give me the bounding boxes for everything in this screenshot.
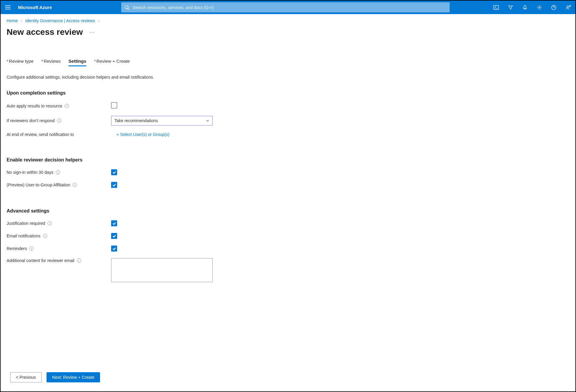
link-select-users[interactable]: + Select User(s) or Group(s): [117, 132, 169, 137]
wizard-tabs: *Review type *Reviews Settings *Review +…: [7, 59, 569, 66]
help-button[interactable]: [547, 1, 561, 14]
textarea-additional-content[interactable]: [111, 258, 213, 282]
select-value: Take recommendations: [114, 118, 158, 123]
settings-button[interactable]: [532, 1, 547, 14]
info-icon[interactable]: i: [29, 246, 34, 251]
checkbox-user-group-aff[interactable]: [111, 182, 117, 188]
checkbox-no-signin[interactable]: [111, 169, 117, 175]
info-icon[interactable]: i: [43, 234, 47, 238]
more-options-button[interactable]: ···: [89, 29, 95, 35]
section-upon-completion: Upon completion settings: [7, 90, 569, 96]
search-icon: [125, 5, 129, 10]
label-justification: Justification required: [7, 221, 45, 226]
section-decision-helpers: Enable reviewer decision helpers: [7, 157, 569, 163]
tab-settings[interactable]: Settings: [68, 59, 86, 66]
info-icon[interactable]: i: [65, 104, 69, 108]
topbar-icon-group: [489, 1, 575, 14]
gear-icon: [537, 5, 542, 10]
select-if-no-respond[interactable]: Take recommendations: [111, 116, 213, 125]
checkbox-auto-apply[interactable]: [111, 102, 117, 108]
brand-label: Microsoft Azure: [15, 5, 61, 10]
info-icon[interactable]: i: [57, 119, 61, 123]
label-if-no-respond: If reviewers don't respond: [7, 118, 55, 123]
label-auto-apply: Auto apply results to resource: [7, 104, 62, 108]
svg-rect-1: [5, 7, 11, 8]
label-reminders: Reminders: [7, 246, 27, 251]
help-icon: [551, 5, 556, 10]
label-email-notif: Email notifications: [7, 234, 41, 238]
breadcrumb: Home › Identity Governance | Access revi…: [7, 18, 569, 23]
tab-review-create[interactable]: *Review + Create: [94, 59, 130, 66]
breadcrumb-identity-governance[interactable]: Identity Governance | Access reviews: [25, 18, 95, 23]
directories-button[interactable]: [503, 1, 518, 14]
tab-reviews[interactable]: *Reviews: [41, 59, 61, 66]
svg-rect-2: [5, 9, 11, 9]
label-end-notify: At end of review, send notification to: [7, 132, 74, 137]
breadcrumb-home[interactable]: Home: [7, 18, 18, 23]
search-input[interactable]: [121, 2, 450, 13]
label-user-group-aff: (Preview) User-to-Group Affiliation: [7, 182, 70, 187]
cloud-shell-icon: [493, 5, 499, 10]
azure-topbar: Microsoft Azure: [1, 1, 575, 14]
info-icon[interactable]: i: [47, 221, 52, 225]
global-search[interactable]: [121, 2, 450, 13]
label-no-signin: No sign-in within 30 days: [7, 170, 53, 175]
next-button[interactable]: Next: Review + Create: [47, 372, 100, 382]
tab-description: Configure additional settings, including…: [7, 75, 569, 80]
chevron-down-icon: [206, 119, 209, 122]
chevron-right-icon: ›: [21, 18, 22, 23]
checkbox-reminders[interactable]: [111, 246, 117, 252]
info-icon[interactable]: i: [77, 258, 81, 263]
page-title: New access review: [7, 27, 83, 37]
cloud-shell-button[interactable]: [489, 1, 503, 14]
svg-rect-0: [5, 5, 11, 6]
svg-point-6: [567, 6, 568, 8]
page-content: Home › Identity Governance | Access revi…: [1, 14, 575, 283]
tab-review-type[interactable]: *Review type: [7, 59, 34, 66]
previous-button[interactable]: < Previous: [10, 372, 42, 382]
svg-rect-3: [494, 5, 499, 10]
hamburger-icon: [5, 5, 11, 10]
menu-button[interactable]: [1, 1, 15, 14]
feedback-button[interactable]: [561, 1, 575, 14]
person-feedback-icon: [565, 5, 571, 10]
bell-icon: [522, 5, 528, 10]
info-icon[interactable]: i: [73, 183, 77, 187]
info-icon[interactable]: i: [56, 170, 60, 174]
svg-point-4: [539, 7, 540, 8]
wizard-footer-buttons: < Previous Next: Review + Create: [10, 372, 100, 382]
filter-icon: [508, 5, 513, 10]
label-additional-content: Additional content for reviewer email: [7, 258, 74, 263]
checkbox-email-notif[interactable]: [111, 233, 117, 239]
checkbox-justification[interactable]: [111, 220, 117, 226]
notifications-button[interactable]: [518, 1, 532, 14]
section-advanced: Advanced settings: [7, 208, 569, 214]
chevron-right-icon: ›: [98, 18, 99, 23]
